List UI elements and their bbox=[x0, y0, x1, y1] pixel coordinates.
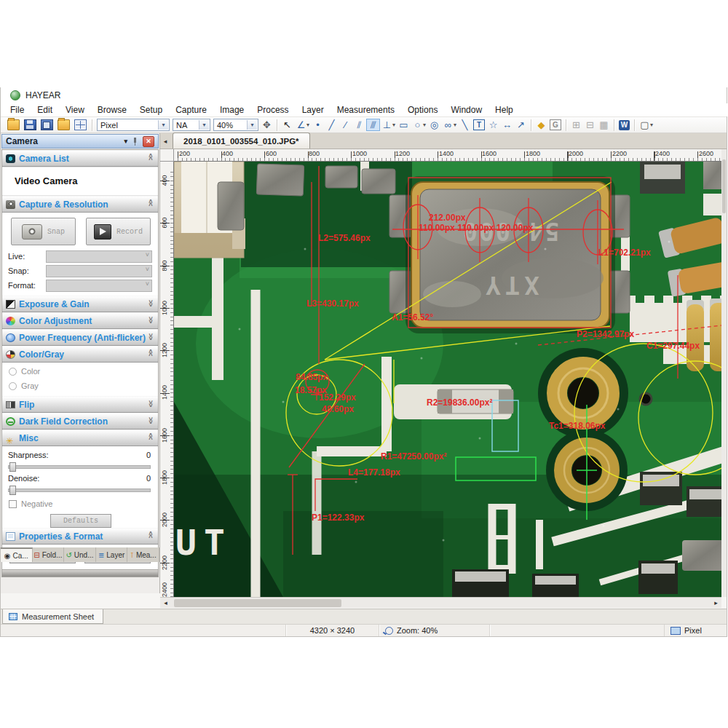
concentric-circle-tool-icon[interactable]: ◎ bbox=[427, 119, 441, 131]
angle-caret-icon[interactable]: ▾ bbox=[305, 119, 311, 131]
tab-scroll-left-icon[interactable]: ◂ bbox=[160, 134, 170, 149]
horizontal-scrollbar[interactable]: ◂ ▸ bbox=[160, 597, 721, 608]
tool-icon[interactable] bbox=[566, 119, 566, 131]
panel-header-color-gray[interactable]: Color/Gray bbox=[2, 346, 158, 363]
close-icon[interactable] bbox=[143, 136, 154, 147]
sharpness-slider-thumb[interactable] bbox=[9, 462, 16, 472]
select-tool-icon[interactable]: ↖ bbox=[280, 119, 294, 131]
negative-checkbox[interactable] bbox=[9, 500, 17, 508]
tool-icon[interactable] bbox=[531, 119, 531, 131]
expand-chevron-icon[interactable] bbox=[148, 416, 154, 424]
collapse-chevron-icon[interactable] bbox=[148, 349, 154, 357]
live-resolution-select[interactable] bbox=[46, 250, 152, 263]
vertical-scrollbar[interactable] bbox=[721, 149, 727, 597]
panel-header-camera-list[interactable]: Camera List bbox=[2, 150, 158, 167]
compare-icon[interactable]: ▦ bbox=[597, 119, 611, 131]
panel-header-exposure[interactable]: Exposure & Gain bbox=[2, 296, 158, 312]
negative-row[interactable]: Negative bbox=[2, 496, 158, 511]
menu-item[interactable]: Help bbox=[488, 105, 520, 115]
scroll-left-icon[interactable]: ◂ bbox=[160, 599, 171, 606]
save-icon[interactable] bbox=[24, 119, 36, 130]
panel-header-misc[interactable]: Misc bbox=[2, 430, 158, 446]
depth-fusion-icon[interactable]: ⊟ bbox=[583, 119, 597, 131]
dock-tab-folders[interactable]: ⊟Fold... bbox=[33, 547, 65, 562]
sharpness-slider[interactable] bbox=[8, 462, 151, 470]
format-select[interactable] bbox=[46, 280, 152, 292]
denoise-slider[interactable] bbox=[8, 485, 151, 494]
dock-tab-measure[interactable]: ⊺Mea... bbox=[127, 547, 159, 562]
open-file-icon[interactable] bbox=[7, 119, 20, 130]
collapse-chevron-icon[interactable] bbox=[148, 199, 154, 207]
tool-icon[interactable] bbox=[634, 119, 635, 131]
dock-tab-layer[interactable]: ≣Layer bbox=[96, 547, 128, 562]
line-tool-icon[interactable]: ╱ bbox=[325, 119, 339, 131]
arc-tool-icon[interactable]: ╲ bbox=[458, 119, 472, 131]
panel-header-flip[interactable]: Flip bbox=[2, 396, 158, 413]
menu-item[interactable]: Capture bbox=[169, 105, 213, 115]
tool-icon[interactable] bbox=[614, 119, 614, 131]
linked-caret-icon[interactable]: ▾ bbox=[452, 119, 458, 131]
horizontal-scrollbar-thumb[interactable] bbox=[174, 599, 341, 607]
calibrate-icon[interactable]: ◆ bbox=[534, 119, 548, 131]
grid-settings-icon[interactable]: G bbox=[550, 119, 561, 130]
stitch-icon[interactable]: ⊞ bbox=[569, 119, 583, 131]
ellipse-caret-icon[interactable]: ▾ bbox=[422, 119, 427, 131]
menu-item[interactable]: Edit bbox=[31, 105, 59, 115]
multi-parallel-tool-icon[interactable]: ⫻ bbox=[366, 119, 380, 131]
panel-header-dark-field[interactable]: Dark Field Correction bbox=[2, 413, 158, 430]
browse-folder-icon[interactable] bbox=[58, 119, 70, 130]
panel-header-properties-format[interactable]: Properties & Format bbox=[2, 528, 158, 545]
polyline-tool-icon[interactable]: ∕ bbox=[339, 119, 352, 131]
color-radio[interactable] bbox=[9, 368, 17, 376]
perpendicular-caret-icon[interactable]: ▾ bbox=[391, 119, 397, 131]
star-tool-icon[interactable]: ☆ bbox=[486, 119, 500, 131]
gray-radio[interactable] bbox=[9, 382, 17, 390]
menu-item[interactable]: Process bbox=[250, 105, 295, 115]
image-document-tab[interactable]: 2018_0101_003554_010.JPG* bbox=[173, 132, 310, 149]
zoom-combobox[interactable]: 40% bbox=[213, 119, 258, 131]
save-as-icon[interactable] bbox=[41, 119, 53, 130]
menu-item[interactable]: Layer bbox=[296, 105, 331, 115]
pin-icon[interactable] bbox=[132, 138, 138, 146]
expand-chevron-icon[interactable] bbox=[148, 400, 154, 407]
rectangle-tool-icon[interactable]: ▭ bbox=[397, 119, 411, 131]
vertical-scrollbar-thumb[interactable] bbox=[722, 159, 726, 213]
scroll-right-icon[interactable]: ▸ bbox=[711, 599, 721, 606]
record-button[interactable]: Record bbox=[86, 218, 151, 245]
point-tool-icon[interactable]: • bbox=[311, 119, 325, 131]
measure-lines-tool-icon[interactable]: ↔ bbox=[500, 119, 514, 131]
denoise-slider-thumb[interactable] bbox=[9, 486, 16, 495]
snap-resolution-select[interactable] bbox=[46, 265, 152, 277]
panel-header-capture[interactable]: Capture & Resolution bbox=[2, 196, 158, 213]
measurement-sheet-tab[interactable]: Measurement Sheet bbox=[2, 609, 103, 624]
collapse-chevron-icon[interactable] bbox=[148, 433, 154, 440]
menu-item[interactable]: Window bbox=[444, 105, 488, 115]
magnification-combobox[interactable]: NA bbox=[173, 119, 210, 131]
menu-item[interactable]: Setup bbox=[133, 105, 169, 115]
menu-item[interactable]: Image bbox=[213, 105, 250, 115]
panel-header-color-adjustment[interactable]: Color Adjustment bbox=[2, 312, 158, 329]
color-radio-row[interactable]: Color bbox=[2, 364, 158, 379]
dock-tab-camera[interactable]: ◉Ca... bbox=[1, 547, 33, 562]
menu-item[interactable]: Browse bbox=[91, 105, 133, 115]
collapse-chevron-icon[interactable] bbox=[148, 154, 154, 161]
menu-item[interactable]: File bbox=[4, 105, 31, 115]
panel-header-power-frequency[interactable]: Power Frequency (Anti-flicker) bbox=[2, 329, 158, 346]
expand-chevron-icon[interactable] bbox=[148, 333, 154, 340]
image-canvas[interactable]: 54.000 XTY UT bbox=[174, 162, 724, 597]
new-window-caret-icon[interactable]: ▾ bbox=[649, 119, 654, 131]
text-tool-icon[interactable]: T bbox=[473, 119, 485, 130]
defaults-button[interactable]: Defaults bbox=[50, 514, 111, 528]
menu-item[interactable]: View bbox=[59, 105, 91, 115]
expand-chevron-icon[interactable] bbox=[148, 299, 154, 306]
expand-chevron-icon[interactable] bbox=[148, 316, 154, 323]
menu-item[interactable]: Options bbox=[401, 105, 444, 115]
arrow-tool-icon[interactable]: ↗ bbox=[514, 119, 528, 131]
camera-device-item[interactable]: Video Camera bbox=[2, 167, 158, 196]
dock-menu-icon[interactable]: ▾ bbox=[124, 138, 127, 145]
menu-item[interactable]: Measurements bbox=[331, 105, 401, 115]
snap-button[interactable]: Snap bbox=[11, 218, 76, 245]
gray-radio-row[interactable]: Gray bbox=[2, 379, 158, 393]
word-export-icon[interactable]: W bbox=[619, 120, 630, 130]
parallel-lines-tool-icon[interactable]: ⫽ bbox=[352, 119, 366, 131]
